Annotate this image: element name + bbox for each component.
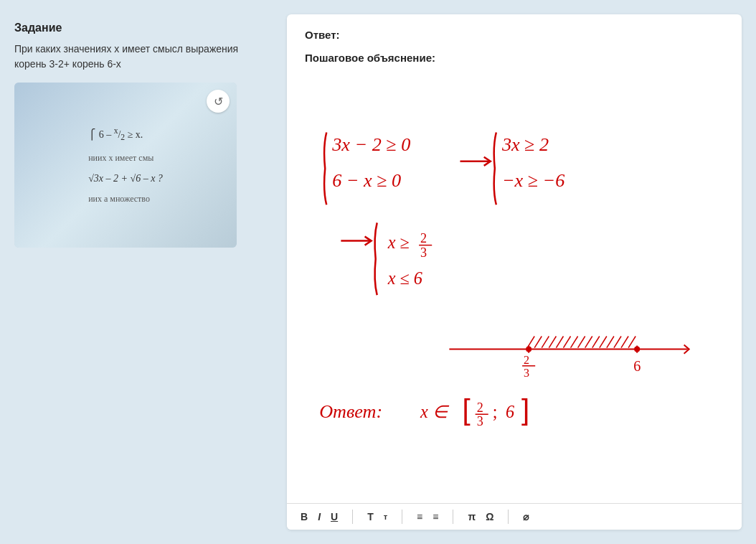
pi-button[interactable]: π xyxy=(465,510,478,524)
separator-3 xyxy=(453,510,453,524)
svg-text:3: 3 xyxy=(477,414,483,428)
svg-text:x ≤ 6: x ≤ 6 xyxy=(387,268,422,288)
svg-text:3x − 2 ≥ 0: 3x − 2 ≥ 0 xyxy=(331,134,410,155)
svg-line-20 xyxy=(585,336,592,347)
image-placeholder: ⎧ 6 – x/2 ≥ x. ниих x имеет смы √3x – 2 … xyxy=(14,83,237,248)
svg-line-24 xyxy=(614,336,621,347)
svg-text:[: [ xyxy=(463,394,471,426)
task-description: При каких значениях x имеет смысл выраже… xyxy=(14,42,273,72)
svg-text:x ≥: x ≥ xyxy=(387,233,410,252)
separator-2 xyxy=(402,510,402,524)
underline-button[interactable]: U xyxy=(328,510,341,524)
svg-text:6: 6 xyxy=(633,358,641,374)
svg-line-26 xyxy=(628,336,635,347)
svg-line-16 xyxy=(556,336,563,347)
svg-text:6: 6 xyxy=(506,402,514,421)
svg-point-28 xyxy=(634,347,640,352)
math-group: π Ω xyxy=(465,510,496,524)
svg-line-14 xyxy=(542,336,549,347)
svg-text:x ∈: x ∈ xyxy=(420,402,450,421)
svg-line-18 xyxy=(571,336,578,347)
refresh-button[interactable]: ↺ xyxy=(207,90,230,113)
separator-4 xyxy=(508,510,509,524)
text-size-group: T т xyxy=(364,510,390,524)
svg-line-12 xyxy=(527,336,534,347)
stepwise-label: Пошаговое объяснение: xyxy=(305,52,724,64)
answer-label: Ответ: xyxy=(305,29,724,41)
link-button[interactable]: ⌀ xyxy=(520,510,531,524)
image-content: ⎧ 6 – x/2 ≥ x. ниих x имеет смы √3x – 2 … xyxy=(77,117,174,213)
link-group: ⌀ xyxy=(520,510,531,524)
svg-line-19 xyxy=(578,336,585,347)
svg-line-25 xyxy=(621,336,628,347)
svg-text:6 − x ≥ 0: 6 − x ≥ 0 xyxy=(332,170,401,191)
text-large-button[interactable]: T xyxy=(364,510,377,524)
svg-text:−x ≥ −6: −x ≥ −6 xyxy=(502,170,564,191)
svg-text:Ответ:: Ответ: xyxy=(319,401,382,422)
answer-area: Ответ: Пошаговое объяснение: 3x − 2 ≥ 0 … xyxy=(287,14,742,503)
right-panel: Ответ: Пошаговое объяснение: 3x − 2 ≥ 0 … xyxy=(287,14,742,530)
svg-line-21 xyxy=(592,336,600,347)
svg-text:2: 2 xyxy=(420,231,427,245)
editor-toolbar: B I U T т ≡ ≡ π Ω ⌀ xyxy=(287,503,742,530)
list-ordered-button[interactable]: ≡ xyxy=(414,510,425,524)
svg-point-27 xyxy=(526,347,531,352)
task-image: ⎧ 6 – x/2 ≥ x. ниих x имеет смы √3x – 2 … xyxy=(14,83,237,248)
svg-line-23 xyxy=(607,336,614,347)
svg-text:3x ≥ 2: 3x ≥ 2 xyxy=(501,134,549,155)
svg-text:2: 2 xyxy=(524,354,529,366)
task-title: Задание xyxy=(14,22,273,34)
format-group: B I U xyxy=(298,510,341,524)
list-group: ≡ ≡ xyxy=(414,510,441,524)
solution-svg: 3x − 2 ≥ 0 6 − x ≥ 0 3x ≥ 2 −x ≥ −6 xyxy=(305,75,724,451)
left-panel: Задание При каких значениях x имеет смыс… xyxy=(14,14,273,530)
svg-line-13 xyxy=(534,336,542,347)
svg-line-22 xyxy=(600,336,607,347)
math-solution: 3x − 2 ≥ 0 6 − x ≥ 0 3x ≥ 2 −x ≥ −6 xyxy=(305,75,724,454)
svg-text:2: 2 xyxy=(477,400,483,415)
text-small-button[interactable]: т xyxy=(381,511,390,522)
svg-line-17 xyxy=(563,336,570,347)
svg-text:3: 3 xyxy=(420,245,427,260)
svg-text:]: ] xyxy=(521,394,529,426)
italic-button[interactable]: I xyxy=(315,510,323,524)
svg-line-15 xyxy=(549,336,556,347)
list-unordered-button[interactable]: ≡ xyxy=(430,510,441,524)
omega-button[interactable]: Ω xyxy=(483,510,496,524)
svg-text:3: 3 xyxy=(524,367,529,379)
separator-1 xyxy=(352,510,353,524)
bold-button[interactable]: B xyxy=(298,510,311,524)
svg-text:;: ; xyxy=(493,402,498,421)
